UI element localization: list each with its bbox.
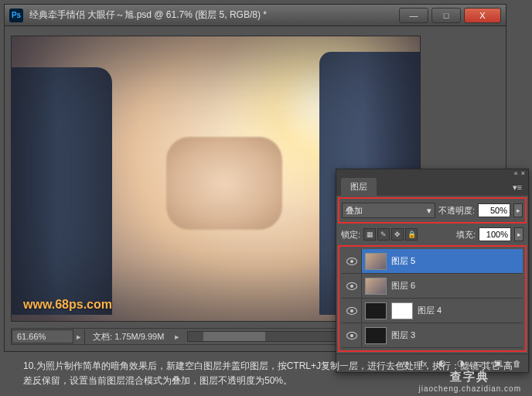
panel-tabs: 图层 ▾≡ — [336, 177, 528, 196]
fill-label: 填充: — [456, 229, 476, 241]
doc-info-value: 1.75M/9.99M — [114, 332, 164, 341]
layer-main[interactable]: 图层 5 — [362, 249, 523, 273]
lock-position-icon[interactable]: ✥ — [391, 228, 404, 241]
lock-all-icon[interactable]: 🔒 — [405, 228, 418, 241]
lock-transparency-icon[interactable]: ▦ — [363, 228, 376, 241]
opacity-flyout-icon[interactable]: ▸ — [513, 203, 523, 217]
docinfo-arrow-icon[interactable]: ▸ — [172, 330, 182, 343]
chevron-down-icon: ▾ — [427, 206, 431, 216]
lock-label: 锁定: — [341, 229, 360, 241]
ps-logo-icon: Ps — [9, 9, 23, 22]
site-badge: 查字典 jiaocheng.chazidian.com — [418, 370, 521, 393]
eye-icon — [346, 282, 357, 290]
highlighted-layers-box: 图层 5图层 6图层 4图层 3 — [338, 245, 527, 352]
badge-title: 查字典 — [418, 370, 521, 384]
holding-hands — [166, 137, 282, 230]
layer-row[interactable]: 图层 4 — [342, 299, 523, 323]
layer-name: 图层 6 — [391, 280, 415, 292]
lock-fill-row: 锁定: ▦ ✎ ✥ 🔒 填充: ▸ — [336, 225, 528, 244]
layer-thumbnail[interactable] — [365, 253, 387, 270]
zoom-field[interactable]: 61.66% — [12, 329, 73, 343]
layer-list: 图层 5图层 6图层 4图层 3 — [342, 249, 523, 348]
blend-mode-select[interactable]: 叠加 ▾ — [342, 203, 435, 218]
scroll-thumb[interactable] — [203, 332, 265, 341]
opacity-input[interactable] — [478, 203, 510, 217]
blend-opacity-row: 叠加 ▾ 不透明度: ▸ — [342, 201, 523, 220]
opacity-label: 不透明度: — [438, 205, 475, 217]
tab-layers[interactable]: 图层 — [341, 178, 377, 196]
layer-thumbnail[interactable] — [365, 327, 387, 344]
window-controls: — □ X — [399, 8, 501, 23]
layer-main[interactable]: 图层 4 — [362, 299, 523, 323]
eye-icon — [346, 332, 357, 340]
panel-header-strip: « × — [336, 169, 528, 177]
doc-info-label: 文档: — [93, 332, 112, 341]
maximize-button[interactable]: □ — [431, 8, 461, 23]
badge-url: jiaocheng.chazidian.com — [418, 384, 521, 393]
blend-mode-value: 叠加 — [346, 205, 363, 217]
visibility-toggle[interactable] — [342, 249, 362, 273]
layer-row[interactable]: 图层 3 — [342, 323, 523, 348]
layer-thumbnail[interactable] — [365, 278, 387, 295]
lock-buttons: ▦ ✎ ✥ 🔒 — [363, 228, 418, 241]
titlebar[interactable]: Ps 经典牵手情侣 大眼仔～旭.psd @ 61.7% (图层 5, RGB/8… — [5, 5, 506, 26]
visibility-toggle[interactable] — [342, 274, 362, 298]
minimize-button[interactable]: — — [399, 8, 428, 23]
layer-mask-thumbnail[interactable] — [391, 302, 413, 319]
layer-name: 图层 3 — [391, 329, 415, 341]
layer-thumbnail[interactable] — [365, 302, 387, 319]
doc-info: 文档: 1.75M/9.99M — [84, 329, 172, 344]
layer-name: 图层 5 — [391, 255, 415, 267]
panel-close-icon[interactable]: × — [521, 169, 525, 177]
layer-main[interactable]: 图层 3 — [362, 323, 523, 347]
visibility-toggle[interactable] — [342, 299, 362, 323]
highlighted-blend-row: 叠加 ▾ 不透明度: ▸ — [338, 197, 527, 224]
close-button[interactable]: X — [464, 8, 501, 23]
eye-icon — [346, 307, 357, 315]
fill-flyout-icon[interactable]: ▸ — [514, 227, 523, 241]
panel-collapse-icon[interactable]: « — [514, 169, 518, 177]
layers-panel[interactable]: « × 图层 ▾≡ 叠加 ▾ 不透明度: ▸ 锁定: ▦ ✎ ✥ 🔒 填充: ▸ — [336, 169, 529, 373]
fill-input[interactable] — [479, 227, 511, 241]
watermark-text: www.68ps.com — [23, 298, 112, 312]
zoom-arrow-icon[interactable]: ▸ — [73, 330, 84, 343]
eye-icon — [346, 258, 357, 265]
layer-name: 图层 4 — [418, 305, 442, 316]
layer-main[interactable]: 图层 6 — [362, 274, 523, 298]
window-title: 经典牵手情侣 大眼仔～旭.psd @ 61.7% (图层 5, RGB/8) * — [29, 9, 399, 22]
panel-menu-icon[interactable]: ▾≡ — [506, 179, 528, 196]
figure-left — [11, 67, 112, 315]
lock-pixels-icon[interactable]: ✎ — [377, 228, 390, 241]
layer-row[interactable]: 图层 5 — [342, 249, 523, 274]
layer-row[interactable]: 图层 6 — [342, 274, 523, 299]
visibility-toggle[interactable] — [342, 323, 362, 347]
